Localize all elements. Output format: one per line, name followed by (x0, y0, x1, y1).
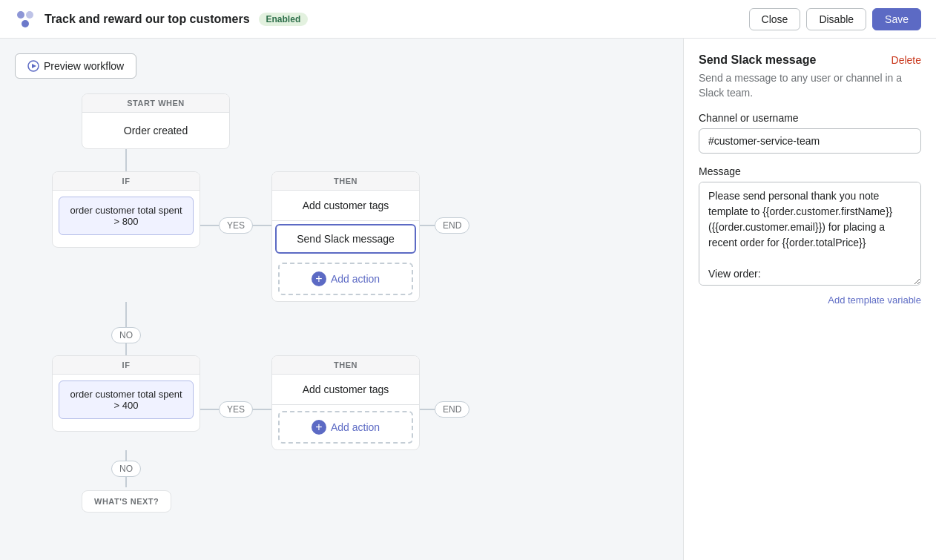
canvas: Preview workflow START WHEN Order create… (0, 39, 684, 560)
preview-label: Preview workflow (44, 60, 124, 72)
no-badge-2: NO (111, 461, 141, 477)
right-panel: Send Slack message Delete Send a message… (684, 39, 936, 560)
message-field-group: Message Please send personal thank you n… (699, 165, 921, 289)
h-line-end-2 (420, 409, 435, 410)
add-template-variable-link[interactable]: Add template variable (828, 294, 921, 306)
start-when-header: START WHEN (82, 94, 229, 113)
svg-point-0 (17, 11, 24, 19)
then-header-2: THEN (272, 356, 419, 375)
channel-label: Channel or username (699, 112, 921, 124)
channel-input[interactable] (699, 128, 921, 154)
v-line-no-1b (125, 314, 127, 320)
add-action-label-1: Add action (331, 273, 380, 285)
then-header-1: THEN (272, 172, 419, 191)
workflow-icon (15, 9, 36, 30)
no-row-1 (125, 302, 127, 314)
enabled-badge: Enabled (259, 13, 309, 26)
no-badge-1: NO (111, 327, 141, 343)
branch-2-row: IF order customer total spent > 400 YES (52, 355, 469, 450)
no-label-row-1 (100, 314, 127, 320)
add-action-plus-icon-1: + (312, 271, 326, 286)
if-header-2: IF (53, 356, 200, 375)
panel-description: Send a message to any user or channel in… (699, 71, 921, 100)
condition-2[interactable]: order customer total spent > 400 (59, 381, 194, 419)
condition-1[interactable]: order customer total spent > 800 (59, 197, 194, 235)
connector-1 (125, 149, 127, 171)
topbar: Track and reward our top customers Enabl… (0, 0, 936, 39)
h-line-yes-1b (253, 225, 271, 226)
channel-field-group: Channel or username (699, 112, 921, 154)
order-created-label[interactable]: Order created (82, 113, 229, 148)
add-action-button-1[interactable]: + Add action (278, 263, 413, 295)
add-action-label-2: Add action (331, 421, 380, 433)
canvas-inner: Preview workflow START WHEN Order create… (0, 39, 683, 527)
preview-workflow-button[interactable]: Preview workflow (15, 53, 136, 79)
end-badge-1: END (435, 217, 469, 234)
if-node-2: IF order customer total spent > 400 (52, 355, 200, 432)
add-action-button-2[interactable]: + Add action (278, 411, 413, 444)
then-node-2: THEN Add customer tags + Add action (271, 355, 420, 450)
message-textarea[interactable]: Please send personal thank you note temp… (699, 182, 921, 286)
add-customer-tags-2[interactable]: Add customer tags (272, 375, 419, 405)
end-badge-2: END (435, 401, 469, 418)
panel-title: Send Slack message (699, 53, 816, 67)
message-label: Message (699, 165, 921, 177)
branch-1-row: IF order customer total spent > 800 YES (52, 171, 469, 302)
disable-button[interactable]: Disable (806, 8, 866, 30)
h-line-end-1 (420, 225, 435, 226)
whats-next-node[interactable]: WHAT'S NEXT? (82, 490, 171, 513)
close-button[interactable]: Close (749, 8, 801, 30)
start-when-node: START WHEN Order created (82, 93, 230, 149)
h-line-yes-2b (253, 409, 271, 410)
v-after-no-1 (125, 343, 127, 355)
save-button[interactable]: Save (872, 8, 921, 30)
v-line-no-1a (125, 302, 127, 314)
h-line-yes-2 (200, 409, 219, 410)
svg-point-1 (26, 11, 33, 19)
add-action-plus-icon-2: + (312, 420, 326, 435)
play-icon (27, 60, 39, 72)
panel-header: Send Slack message Delete (699, 53, 921, 67)
yes-badge-2: YES (219, 401, 253, 418)
svg-marker-4 (32, 64, 36, 68)
delete-link[interactable]: Delete (891, 54, 921, 66)
if-header-1: IF (53, 172, 200, 191)
h-line-yes-1 (200, 225, 219, 226)
svg-point-2 (22, 20, 29, 27)
add-customer-tags-1[interactable]: Add customer tags (272, 191, 419, 221)
workflow-title: Track and reward our top customers (45, 13, 250, 26)
yes-badge-1: YES (219, 217, 253, 234)
send-slack-message-1[interactable]: Send Slack message (275, 224, 416, 254)
topbar-left: Track and reward our top customers Enabl… (15, 9, 308, 30)
topbar-actions: Close Disable Save (749, 8, 921, 30)
main: Preview workflow START WHEN Order create… (0, 39, 936, 560)
if-node-1: IF order customer total spent > 800 (52, 171, 200, 248)
then-node-1: THEN Add customer tags Send Slack messag… (271, 171, 420, 302)
